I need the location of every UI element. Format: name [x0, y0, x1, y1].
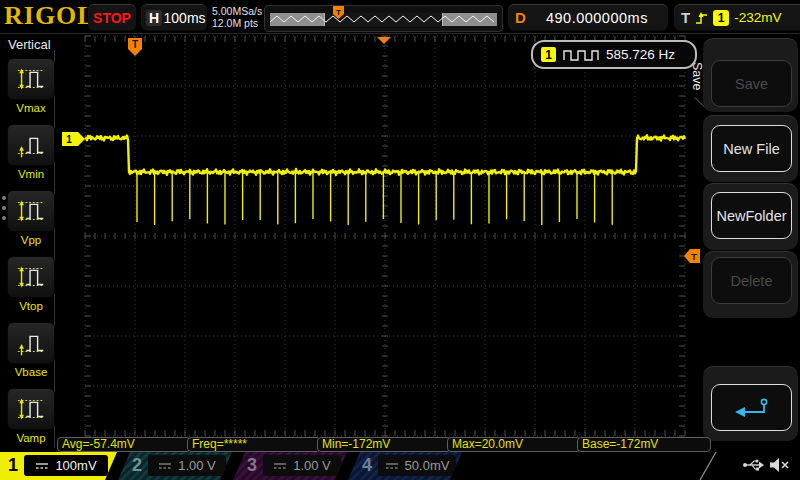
vbase-button[interactable]	[7, 322, 55, 364]
channel-3-scale: 1.00 V	[293, 458, 331, 473]
delete-button[interactable]: Delete	[711, 257, 792, 304]
counter-source-badge: 1	[541, 47, 556, 62]
channel-3-scale-box: 1.00 V	[263, 455, 341, 476]
trigger-position-marker[interactable]: T	[128, 38, 142, 56]
dc-coupling-icon	[158, 461, 172, 471]
channel-1-number: 1	[8, 455, 18, 476]
vpp-label: Vpp	[7, 234, 55, 246]
horizontal-scale-value: 100ms	[162, 10, 207, 26]
frequency-counter: 1 585.726 Hz	[531, 40, 697, 69]
new-file-button[interactable]: New File	[711, 125, 792, 172]
sidebar-item-vmax[interactable]: Vmax	[7, 58, 55, 114]
measurement-max: Max=20.0mV	[447, 437, 581, 452]
delay-label: D	[515, 9, 526, 26]
measurement-min: Min=-172mV	[317, 437, 451, 452]
counter-frequency-value: 585.726 Hz	[606, 47, 675, 62]
vtop-measure-icon	[14, 262, 48, 292]
measurement-freq: Freq=*****	[187, 437, 321, 452]
run-stop-state[interactable]: STOP	[88, 4, 136, 31]
waveform-overview[interactable]: T	[264, 5, 503, 32]
sidebar-item-vtop[interactable]: Vtop	[7, 256, 55, 312]
trigger-source-badge: 1	[713, 10, 729, 26]
channel-2-scale-box: 1.00 V	[148, 455, 226, 476]
vmax-label: Vmax	[7, 102, 55, 114]
back-button[interactable]	[711, 384, 792, 431]
channel-4-scale: 50.0mV	[405, 458, 450, 473]
graticule	[85, 36, 685, 436]
channel-3-tab[interactable]: 3 1.00 V	[233, 452, 347, 480]
horizontal-scale-box[interactable]: H 100ms	[141, 4, 207, 31]
channel-2-number: 2	[132, 455, 142, 476]
save-button[interactable]: Save	[711, 60, 792, 107]
trigger-level-marker[interactable]: T	[684, 249, 700, 263]
rigol-logo: RIGOL	[4, 1, 96, 31]
channel-2-tab[interactable]: 2 1.00 V	[118, 452, 232, 480]
svg-text:T: T	[336, 8, 341, 17]
svg-text:T: T	[691, 251, 697, 262]
menu-page-dot	[2, 216, 6, 220]
overview-trigger-icon[interactable]: T	[332, 5, 345, 20]
usb-icon	[742, 457, 765, 473]
measurement-base: Base=-172mV	[577, 437, 711, 452]
channel-1-scale-box: 100mV	[24, 455, 108, 476]
menu-page-dot	[2, 206, 6, 210]
vamp-button[interactable]	[7, 388, 55, 430]
overview-wave	[270, 13, 495, 26]
top-status-bar: RIGOL STOP H 100ms 5.00MSa/s 12.0M pts T…	[0, 0, 800, 34]
channel-2-scale: 1.00 V	[178, 458, 216, 473]
right-menu-title: Save	[690, 62, 704, 91]
channel-status-bar: 1 100mV 2 1.00 V 3 1.00 V	[0, 452, 800, 480]
trigger-status-box[interactable]: T 1 -232mV	[674, 4, 800, 31]
vmin-button[interactable]	[7, 124, 55, 166]
svg-text:1: 1	[66, 134, 72, 145]
measurement-avg: Avg=-57.4mV	[57, 437, 191, 452]
sidebar-item-vpp[interactable]: Vpp	[7, 190, 55, 246]
channel-4-scale-box: 50.0mV	[378, 455, 456, 476]
new-folder-button[interactable]: NewFolder	[711, 192, 792, 239]
vmin-label: Vmin	[7, 168, 55, 180]
vtop-label: Vtop	[7, 300, 55, 312]
channel-4-number: 4	[362, 455, 372, 476]
waveform-display: T 1 T	[56, 33, 700, 437]
vmin-measure-icon	[14, 130, 48, 160]
horizontal-reference-marker	[377, 37, 391, 44]
vmax-button[interactable]	[7, 58, 55, 100]
dc-coupling-icon	[35, 461, 49, 471]
channel1-level-marker[interactable]: 1	[62, 132, 85, 146]
sample-rate: 5.00MSa/s	[212, 5, 262, 17]
trigger-delay-box[interactable]: D 490.000000ms	[508, 4, 668, 31]
vbase-measure-icon	[14, 328, 48, 358]
channel-3-number: 3	[247, 455, 257, 476]
menu-page-dot	[2, 196, 6, 200]
trigger-label: T	[681, 9, 690, 26]
vpp-button[interactable]	[7, 190, 55, 232]
memory-depth: 12.0M pts	[212, 17, 262, 29]
vamp-label: Vamp	[7, 432, 55, 444]
vmax-measure-icon	[14, 64, 48, 94]
svg-text:T: T	[132, 39, 138, 50]
sidebar-item-vamp[interactable]: Vamp	[7, 388, 55, 444]
rising-edge-icon	[695, 11, 708, 25]
vamp-measure-icon	[14, 394, 48, 424]
vpp-measure-icon	[14, 196, 48, 226]
speaker-muted-icon	[767, 456, 791, 474]
acquisition-info: 5.00MSa/s 12.0M pts	[212, 5, 262, 29]
horizontal-label: H	[146, 10, 162, 26]
vbase-label: Vbase	[7, 366, 55, 378]
trigger-level-value: -232mV	[734, 10, 781, 25]
delay-value: 490.000000ms	[526, 10, 668, 26]
dc-coupling-icon	[385, 461, 399, 471]
channel-1-tab[interactable]: 1 100mV	[0, 452, 117, 480]
channel-4-tab[interactable]: 4 50.0mV	[348, 452, 462, 480]
vtop-button[interactable]	[7, 256, 55, 298]
sidebar-item-vbase[interactable]: Vbase	[7, 322, 55, 378]
channel-1-scale: 100mV	[55, 458, 96, 473]
left-menu-title: Vertical	[8, 37, 51, 52]
status-divider	[698, 452, 718, 480]
dc-coupling-icon	[273, 461, 287, 471]
square-wave-icon	[562, 48, 600, 62]
sidebar-item-vmin[interactable]: Vmin	[7, 124, 55, 180]
return-arrow-icon	[732, 396, 772, 420]
